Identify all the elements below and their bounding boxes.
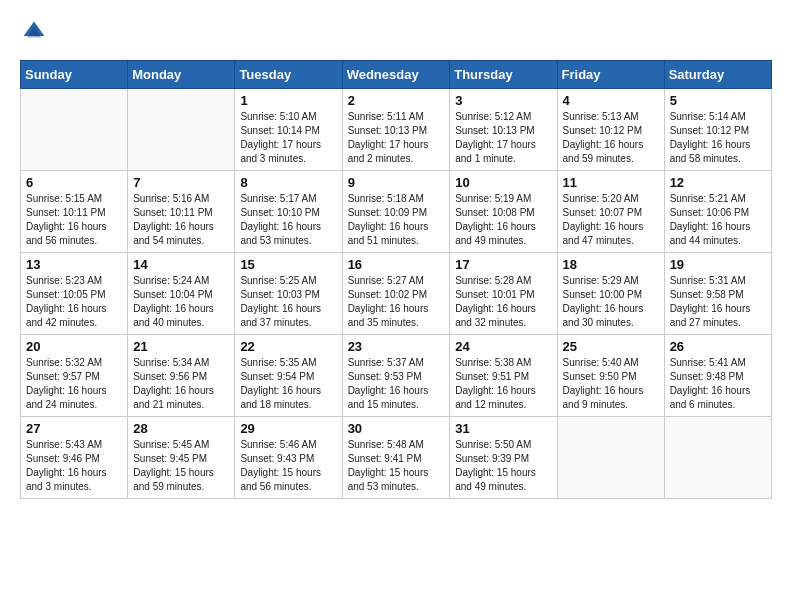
- day-number: 15: [240, 257, 336, 272]
- day-info: Sunrise: 5:40 AM Sunset: 9:50 PM Dayligh…: [563, 356, 659, 412]
- day-info: Sunrise: 5:19 AM Sunset: 10:08 PM Daylig…: [455, 192, 551, 248]
- calendar-cell: [664, 417, 771, 499]
- calendar-cell: 31Sunrise: 5:50 AM Sunset: 9:39 PM Dayli…: [450, 417, 557, 499]
- calendar-week-row: 13Sunrise: 5:23 AM Sunset: 10:05 PM Dayl…: [21, 253, 772, 335]
- calendar-cell: 10Sunrise: 5:19 AM Sunset: 10:08 PM Dayl…: [450, 171, 557, 253]
- day-info: Sunrise: 5:50 AM Sunset: 9:39 PM Dayligh…: [455, 438, 551, 494]
- calendar-cell: 27Sunrise: 5:43 AM Sunset: 9:46 PM Dayli…: [21, 417, 128, 499]
- calendar-cell: 15Sunrise: 5:25 AM Sunset: 10:03 PM Dayl…: [235, 253, 342, 335]
- day-number: 2: [348, 93, 445, 108]
- calendar-cell: [557, 417, 664, 499]
- calendar-cell: 18Sunrise: 5:29 AM Sunset: 10:00 PM Dayl…: [557, 253, 664, 335]
- calendar-cell: 21Sunrise: 5:34 AM Sunset: 9:56 PM Dayli…: [128, 335, 235, 417]
- calendar-cell: 17Sunrise: 5:28 AM Sunset: 10:01 PM Dayl…: [450, 253, 557, 335]
- weekday-header: Thursday: [450, 61, 557, 89]
- day-number: 9: [348, 175, 445, 190]
- weekday-header: Monday: [128, 61, 235, 89]
- calendar-cell: 28Sunrise: 5:45 AM Sunset: 9:45 PM Dayli…: [128, 417, 235, 499]
- day-info: Sunrise: 5:24 AM Sunset: 10:04 PM Daylig…: [133, 274, 229, 330]
- day-number: 4: [563, 93, 659, 108]
- page-header: [20, 20, 772, 44]
- day-info: Sunrise: 5:12 AM Sunset: 10:13 PM Daylig…: [455, 110, 551, 166]
- day-info: Sunrise: 5:48 AM Sunset: 9:41 PM Dayligh…: [348, 438, 445, 494]
- day-info: Sunrise: 5:11 AM Sunset: 10:13 PM Daylig…: [348, 110, 445, 166]
- day-number: 3: [455, 93, 551, 108]
- calendar-cell: 23Sunrise: 5:37 AM Sunset: 9:53 PM Dayli…: [342, 335, 450, 417]
- day-info: Sunrise: 5:31 AM Sunset: 9:58 PM Dayligh…: [670, 274, 766, 330]
- day-info: Sunrise: 5:34 AM Sunset: 9:56 PM Dayligh…: [133, 356, 229, 412]
- calendar-cell: 5Sunrise: 5:14 AM Sunset: 10:12 PM Dayli…: [664, 89, 771, 171]
- day-info: Sunrise: 5:43 AM Sunset: 9:46 PM Dayligh…: [26, 438, 122, 494]
- day-number: 19: [670, 257, 766, 272]
- day-info: Sunrise: 5:10 AM Sunset: 10:14 PM Daylig…: [240, 110, 336, 166]
- day-number: 13: [26, 257, 122, 272]
- day-number: 30: [348, 421, 445, 436]
- calendar-cell: 7Sunrise: 5:16 AM Sunset: 10:11 PM Dayli…: [128, 171, 235, 253]
- day-info: Sunrise: 5:27 AM Sunset: 10:02 PM Daylig…: [348, 274, 445, 330]
- day-number: 26: [670, 339, 766, 354]
- day-info: Sunrise: 5:29 AM Sunset: 10:00 PM Daylig…: [563, 274, 659, 330]
- day-info: Sunrise: 5:18 AM Sunset: 10:09 PM Daylig…: [348, 192, 445, 248]
- calendar-week-row: 6Sunrise: 5:15 AM Sunset: 10:11 PM Dayli…: [21, 171, 772, 253]
- calendar-table: SundayMondayTuesdayWednesdayThursdayFrid…: [20, 60, 772, 499]
- calendar-week-row: 20Sunrise: 5:32 AM Sunset: 9:57 PM Dayli…: [21, 335, 772, 417]
- day-info: Sunrise: 5:16 AM Sunset: 10:11 PM Daylig…: [133, 192, 229, 248]
- day-number: 29: [240, 421, 336, 436]
- weekday-header: Tuesday: [235, 61, 342, 89]
- day-info: Sunrise: 5:13 AM Sunset: 10:12 PM Daylig…: [563, 110, 659, 166]
- calendar-cell: 22Sunrise: 5:35 AM Sunset: 9:54 PM Dayli…: [235, 335, 342, 417]
- day-number: 18: [563, 257, 659, 272]
- day-info: Sunrise: 5:15 AM Sunset: 10:11 PM Daylig…: [26, 192, 122, 248]
- day-number: 11: [563, 175, 659, 190]
- weekday-header: Sunday: [21, 61, 128, 89]
- day-info: Sunrise: 5:45 AM Sunset: 9:45 PM Dayligh…: [133, 438, 229, 494]
- calendar-header-row: SundayMondayTuesdayWednesdayThursdayFrid…: [21, 61, 772, 89]
- day-info: Sunrise: 5:17 AM Sunset: 10:10 PM Daylig…: [240, 192, 336, 248]
- day-number: 12: [670, 175, 766, 190]
- day-number: 21: [133, 339, 229, 354]
- calendar-cell: 1Sunrise: 5:10 AM Sunset: 10:14 PM Dayli…: [235, 89, 342, 171]
- calendar-cell: 12Sunrise: 5:21 AM Sunset: 10:06 PM Dayl…: [664, 171, 771, 253]
- calendar-cell: 16Sunrise: 5:27 AM Sunset: 10:02 PM Dayl…: [342, 253, 450, 335]
- day-number: 28: [133, 421, 229, 436]
- day-info: Sunrise: 5:14 AM Sunset: 10:12 PM Daylig…: [670, 110, 766, 166]
- weekday-header: Friday: [557, 61, 664, 89]
- weekday-header: Wednesday: [342, 61, 450, 89]
- calendar-cell: 25Sunrise: 5:40 AM Sunset: 9:50 PM Dayli…: [557, 335, 664, 417]
- day-info: Sunrise: 5:46 AM Sunset: 9:43 PM Dayligh…: [240, 438, 336, 494]
- day-info: Sunrise: 5:38 AM Sunset: 9:51 PM Dayligh…: [455, 356, 551, 412]
- calendar-cell: [128, 89, 235, 171]
- day-number: 25: [563, 339, 659, 354]
- day-number: 8: [240, 175, 336, 190]
- logo-icon: [22, 20, 46, 44]
- day-number: 10: [455, 175, 551, 190]
- weekday-header: Saturday: [664, 61, 771, 89]
- day-number: 20: [26, 339, 122, 354]
- calendar-cell: 29Sunrise: 5:46 AM Sunset: 9:43 PM Dayli…: [235, 417, 342, 499]
- calendar-cell: 6Sunrise: 5:15 AM Sunset: 10:11 PM Dayli…: [21, 171, 128, 253]
- calendar-cell: 11Sunrise: 5:20 AM Sunset: 10:07 PM Dayl…: [557, 171, 664, 253]
- day-number: 14: [133, 257, 229, 272]
- day-number: 16: [348, 257, 445, 272]
- calendar-cell: 13Sunrise: 5:23 AM Sunset: 10:05 PM Dayl…: [21, 253, 128, 335]
- calendar-cell: 24Sunrise: 5:38 AM Sunset: 9:51 PM Dayli…: [450, 335, 557, 417]
- calendar-cell: 8Sunrise: 5:17 AM Sunset: 10:10 PM Dayli…: [235, 171, 342, 253]
- calendar-week-row: 1Sunrise: 5:10 AM Sunset: 10:14 PM Dayli…: [21, 89, 772, 171]
- day-number: 24: [455, 339, 551, 354]
- day-number: 7: [133, 175, 229, 190]
- calendar-cell: 30Sunrise: 5:48 AM Sunset: 9:41 PM Dayli…: [342, 417, 450, 499]
- calendar-cell: 26Sunrise: 5:41 AM Sunset: 9:48 PM Dayli…: [664, 335, 771, 417]
- logo: [20, 20, 46, 44]
- calendar-cell: 2Sunrise: 5:11 AM Sunset: 10:13 PM Dayli…: [342, 89, 450, 171]
- calendar-cell: [21, 89, 128, 171]
- calendar-cell: 19Sunrise: 5:31 AM Sunset: 9:58 PM Dayli…: [664, 253, 771, 335]
- day-number: 17: [455, 257, 551, 272]
- day-number: 31: [455, 421, 551, 436]
- calendar-cell: 14Sunrise: 5:24 AM Sunset: 10:04 PM Dayl…: [128, 253, 235, 335]
- day-number: 27: [26, 421, 122, 436]
- calendar-cell: 3Sunrise: 5:12 AM Sunset: 10:13 PM Dayli…: [450, 89, 557, 171]
- day-info: Sunrise: 5:35 AM Sunset: 9:54 PM Dayligh…: [240, 356, 336, 412]
- calendar-cell: 9Sunrise: 5:18 AM Sunset: 10:09 PM Dayli…: [342, 171, 450, 253]
- day-info: Sunrise: 5:32 AM Sunset: 9:57 PM Dayligh…: [26, 356, 122, 412]
- day-number: 22: [240, 339, 336, 354]
